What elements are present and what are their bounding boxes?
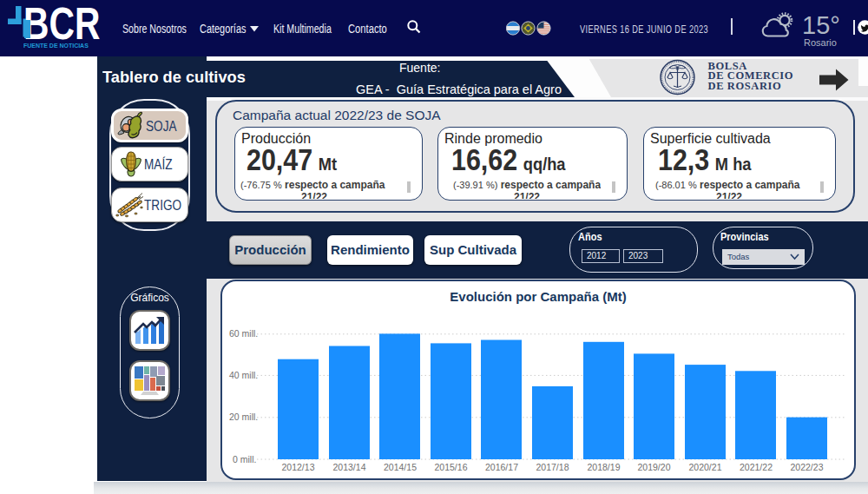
svg-text:20 mill.: 20 mill. [229, 412, 258, 422]
svg-text:2014/15: 2014/15 [384, 462, 417, 472]
svg-text:2018/19: 2018/19 [588, 462, 621, 472]
svg-text:2015/16: 2015/16 [435, 462, 468, 472]
svg-text:2013/14: 2013/14 [333, 462, 366, 472]
svg-text:2020/21: 2020/21 [689, 462, 722, 472]
svg-text:40 mill.: 40 mill. [229, 370, 258, 380]
svg-text:2016/17: 2016/17 [485, 462, 518, 472]
svg-text:2019/20: 2019/20 [638, 462, 671, 472]
svg-text:60 mill.: 60 mill. [229, 328, 258, 339]
svg-text:2017/18: 2017/18 [536, 462, 569, 472]
svg-text:2012/13: 2012/13 [282, 462, 315, 472]
svg-text:0 mill.: 0 mill. [233, 454, 256, 464]
svg-text:2022/23: 2022/23 [791, 462, 824, 472]
svg-text:2021/22: 2021/22 [740, 462, 773, 472]
